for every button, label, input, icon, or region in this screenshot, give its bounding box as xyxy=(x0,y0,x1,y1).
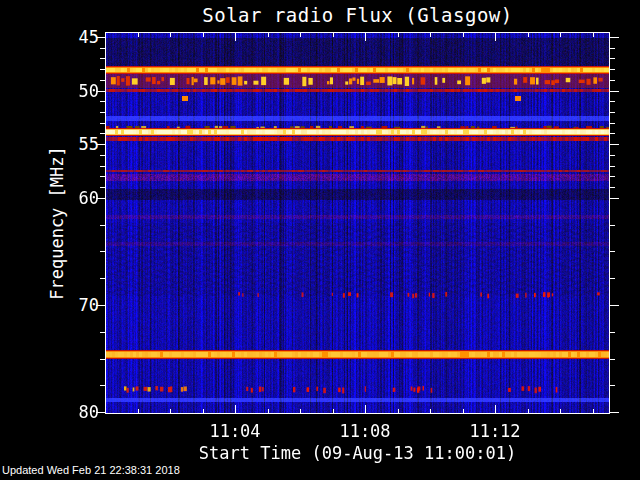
y-minor-tick-left xyxy=(100,101,105,102)
y-axis-label: Frequency [MHz] xyxy=(47,146,67,300)
chart-title: Solar radio Flux (Glasgow) xyxy=(105,4,610,26)
y-tick-label: 45 xyxy=(55,27,99,47)
y-minor-tick-left xyxy=(100,48,105,49)
y-major-tick-right xyxy=(610,37,619,38)
y-minor-tick-right xyxy=(610,166,615,167)
y-minor-tick-left xyxy=(100,359,105,360)
y-minor-tick-left xyxy=(100,225,105,226)
y-tick-label: 80 xyxy=(55,402,99,422)
y-minor-tick-left xyxy=(100,187,105,188)
y-minor-tick-right xyxy=(610,101,615,102)
y-minor-tick-left xyxy=(100,251,105,252)
y-minor-tick-left xyxy=(100,123,105,124)
x-axis-label: Start Time (09-Aug-13 11:00:01) xyxy=(105,443,610,463)
y-minor-tick-right xyxy=(610,69,615,70)
y-minor-tick-left xyxy=(100,332,105,333)
y-tick-label: 50 xyxy=(55,81,99,101)
y-tick-label: 70 xyxy=(55,295,99,315)
y-minor-tick-right xyxy=(610,251,615,252)
y-major-tick-right xyxy=(610,91,619,92)
y-minor-tick-right xyxy=(610,278,615,279)
y-tick-label: 60 xyxy=(55,188,99,208)
y-minor-tick-right xyxy=(610,332,615,333)
x-tick-label: 11:08 xyxy=(325,421,405,441)
x-tick-label: 11:12 xyxy=(455,421,535,441)
y-minor-tick-right xyxy=(610,123,615,124)
y-minor-tick-right xyxy=(610,58,615,59)
y-minor-tick-right xyxy=(610,133,615,134)
y-minor-tick-left xyxy=(100,58,105,59)
y-minor-tick-right xyxy=(610,359,615,360)
y-minor-tick-right xyxy=(610,176,615,177)
y-major-tick-right xyxy=(610,412,619,413)
plot-frame xyxy=(105,32,610,414)
y-major-tick-right xyxy=(610,305,619,306)
spectrogram-canvas xyxy=(106,33,609,413)
y-major-tick-right xyxy=(610,198,619,199)
y-major-tick-right xyxy=(610,144,619,145)
y-minor-tick-right xyxy=(610,187,615,188)
y-minor-tick-right xyxy=(610,225,615,226)
y-minor-tick-left xyxy=(100,166,105,167)
y-minor-tick-left xyxy=(100,80,105,81)
y-tick-label: 55 xyxy=(55,134,99,154)
y-minor-tick-left xyxy=(100,278,105,279)
y-minor-tick-left xyxy=(100,133,105,134)
y-minor-tick-left xyxy=(100,69,105,70)
solar-radio-spectrogram-figure: Solar radio Flux (Glasgow) Frequency [MH… xyxy=(0,0,640,480)
y-minor-tick-left xyxy=(100,155,105,156)
y-minor-tick-right xyxy=(610,385,615,386)
x-tick-label: 11:04 xyxy=(195,421,275,441)
y-minor-tick-left xyxy=(100,385,105,386)
y-minor-tick-right xyxy=(610,155,615,156)
y-minor-tick-right xyxy=(610,48,615,49)
y-minor-tick-left xyxy=(100,176,105,177)
y-minor-tick-left xyxy=(100,112,105,113)
y-minor-tick-right xyxy=(610,80,615,81)
updated-timestamp: Updated Wed Feb 21 22:38:31 2018 xyxy=(2,464,180,476)
y-minor-tick-right xyxy=(610,112,615,113)
